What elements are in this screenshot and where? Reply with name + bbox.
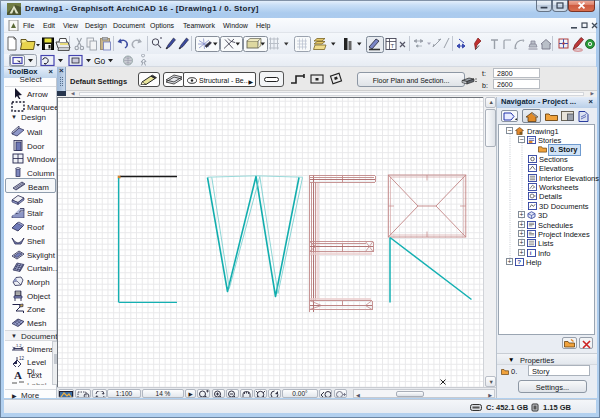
svg-text:T: T [391, 43, 395, 49]
svg-text:A: A [14, 369, 22, 380]
svg-text:1.2: 1.2 [16, 343, 22, 348]
svg-text:Go: Go [94, 56, 106, 66]
svg-text:i: i [530, 249, 532, 256]
svg-text:12: 12 [19, 356, 25, 361]
svg-text:?: ? [517, 258, 521, 265]
